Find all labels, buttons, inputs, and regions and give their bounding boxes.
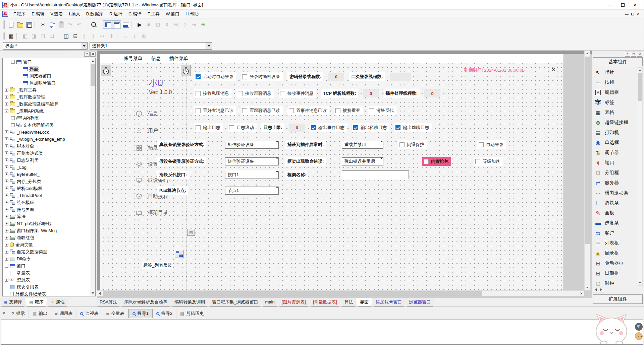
layout-both-panels-icon[interactable] [121, 20, 130, 29]
form-designer-icon[interactable]: ▦ [6, 32, 15, 40]
fake-device-combo[interactable]: 短信验证设备 [225, 157, 279, 165]
cat-mascot[interactable] [588, 312, 635, 345]
real-device-combo[interactable]: 短信验证设备 [225, 141, 279, 149]
tree-item[interactable]: + 领取红包 [3, 234, 95, 241]
designer-horizontal-scrollbar[interactable] [97, 290, 584, 296]
document-tab[interactable]: [图片资源表] [277, 298, 310, 306]
mdi-restore-icon[interactable] [631, 13, 634, 15]
tree-expand-toggle[interactable]: + [5, 208, 8, 211]
tree-item[interactable]: + _数据处理及编码运算 [3, 100, 95, 108]
read-event-checkbox[interactable]: 置事件消息已读 [287, 106, 329, 115]
recv-event-checkbox[interactable]: 接收事件消息 [279, 89, 316, 98]
groupbox-icon[interactable]: □ 分组框 [593, 168, 637, 178]
nav-item-info[interactable]: 信息 [136, 110, 158, 118]
layout-bottom-panel-icon[interactable] [112, 20, 121, 29]
out-private-log-checkbox[interactable]: 输出私聊日志 [352, 123, 389, 132]
tree-scrollbar[interactable] [90, 58, 95, 296]
workspace-tab[interactable]: ▦ 支持库 [0, 298, 26, 306]
read-friend-checkbox[interactable]: 置好友消息已读 [194, 106, 236, 115]
tree-item[interactable]: 外部文件记录表 [3, 290, 95, 296]
log-scroll-checkbox[interactable]: 日志滚动 [228, 123, 257, 132]
stop-icon[interactable]: ■ [144, 20, 153, 29]
tab-scroll-right-icon[interactable] [599, 287, 604, 292]
tree-expand-toggle[interactable]: + [5, 250, 8, 254]
radio-icon[interactable]: ◉ 单选框 [593, 138, 637, 148]
shrink-vertical-icon[interactable]: ↧ [107, 32, 116, 40]
document-tab[interactable]: 窗口程序集_浏览器窗口 [208, 298, 262, 306]
scroll-up-icon[interactable] [90, 58, 96, 64]
document-tab[interactable]: 消息cmd解析及自检等 [120, 298, 172, 306]
out-group-log-checkbox[interactable]: 输出群聊日志 [394, 123, 432, 132]
hyperlink-icon[interactable]: ⊛ 超级链接框 [593, 118, 637, 128]
shrink-horizontal-icon[interactable]: ↦ [98, 32, 107, 40]
hscrollbar-icon[interactable]: ⇔ 横向滚动条 [593, 188, 637, 198]
menu-item[interactable]: I.插入 [66, 10, 83, 18]
tree-item[interactable]: + 自定义数据类型 [3, 248, 95, 255]
frame-name-input[interactable] [342, 170, 409, 179]
picturebox-component[interactable]: ▤ [187, 229, 195, 236]
pointer-icon[interactable]: ↖ 指针 [593, 67, 637, 77]
align-top-icon[interactable]: ⊓ [39, 32, 48, 40]
space-down-icon[interactable]: ∦ [89, 32, 98, 40]
brace-out-icon[interactable]: {-} [180, 20, 190, 29]
recv-private-checkbox[interactable]: 接收私聊消息 [194, 89, 232, 98]
center-vertical-icon[interactable]: ⊟ [71, 32, 80, 40]
dock-close-icon[interactable]: ✕ [2, 311, 5, 316]
timer-component[interactable] [181, 65, 191, 76]
drive-icon[interactable]: ⊟ 驱动器框 [593, 258, 637, 268]
tree-item[interactable]: 模块引用表 [3, 283, 95, 290]
recv-group-checkbox[interactable]: 接收群聊消息 [236, 89, 274, 98]
output-tab[interactable]: 监视表 [76, 309, 102, 318]
tree-item[interactable]: 界面 [3, 65, 95, 72]
menu-item[interactable]: E.编辑 [29, 10, 47, 18]
tree-expand-toggle[interactable]: + [5, 215, 8, 218]
form-minimize-icon[interactable]: — [536, 68, 542, 75]
tree-expand-toggle[interactable] [17, 74, 21, 78]
scroll-up-icon[interactable] [585, 51, 590, 56]
tree-item[interactable]: + 日志队列类 [3, 157, 95, 164]
maximize-button[interactable] [621, 3, 625, 7]
tree-item[interactable]: + _程序工具 [3, 86, 95, 93]
scroll-right-icon[interactable] [579, 291, 584, 296]
document-tab[interactable]: RSA算法 [95, 298, 122, 306]
same-height-icon[interactable]: ↕ [130, 32, 139, 40]
tree-item[interactable]: + 窗口程序集_WinMsg [3, 227, 95, 234]
scroll-up-icon[interactable] [637, 68, 642, 73]
nav-item-frame-directory[interactable]: 框架目录 [136, 208, 168, 216]
date-icon[interactable]: ⊞ 日期框 [593, 268, 637, 278]
tree-expand-toggle[interactable]: + [5, 180, 8, 183]
form-menu-item[interactable]: 信息 [151, 56, 161, 62]
tree-item[interactable]: + ByteBuffer_ [3, 171, 95, 178]
printer-icon[interactable]: ▤ 打印机 [593, 128, 637, 138]
tree-expand-toggle[interactable] [5, 285, 8, 289]
tree-expand-toggle[interactable]: + [5, 229, 8, 232]
directory-icon[interactable]: ▣ 目录框 [593, 248, 637, 258]
crash-protect-checkbox[interactable]: 闪退保护 [398, 140, 427, 149]
label-icon[interactable]: 字 标签 [593, 97, 637, 108]
tree-expand-toggle[interactable]: + [5, 165, 8, 169]
tree-item[interactable]: + 账号界面 [3, 206, 95, 213]
version-label[interactable]: Ver: 1.0.0 [149, 89, 172, 95]
timer-component[interactable] [101, 65, 111, 76]
panel-drag-handle[interactable] [2, 54, 66, 54]
tree-expand-toggle[interactable]: + [11, 123, 15, 127]
tree-expand-toggle[interactable]: + [5, 151, 8, 155]
new-file-icon[interactable] [6, 20, 15, 29]
output-tab[interactable]: ▤ 输出 [29, 309, 51, 318]
tree-expand-toggle[interactable]: + [5, 236, 8, 239]
undo-icon[interactable]: ↶ [75, 20, 84, 29]
builtin-grab-checkbox[interactable]: 内置抢包 [422, 157, 451, 166]
spinner-icon[interactable]: ⇅ 调节器 [593, 148, 637, 158]
menu-item[interactable]: V.查看 [48, 10, 65, 18]
document-tab[interactable]: 界面 [356, 298, 373, 306]
form-menu-item[interactable]: 账号菜单 [124, 56, 143, 62]
tree-expand-toggle[interactable]: + [5, 158, 8, 162]
menu-item[interactable]: W.窗口 [163, 10, 182, 18]
tree-item[interactable]: + 算法 [3, 213, 95, 220]
tree-expand-toggle[interactable]: - [11, 60, 15, 64]
cut-icon[interactable]: ✂ [39, 20, 48, 29]
tree-expand-toggle[interactable]: + [5, 257, 8, 261]
tree-item[interactable]: + Dll命令 [3, 255, 95, 262]
plugin-exception-combo[interactable]: 重载并禁用 [342, 141, 383, 149]
tree-expand-toggle[interactable]: + [5, 243, 8, 247]
